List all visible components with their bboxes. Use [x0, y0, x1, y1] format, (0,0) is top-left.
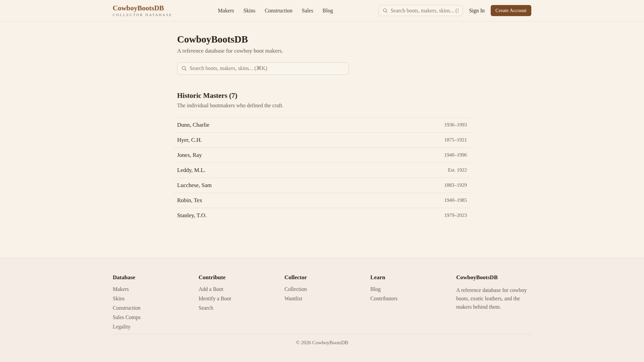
maker-name: Dunn, Charlie	[177, 122, 209, 128]
maker-years: 1979–2023	[444, 213, 467, 218]
maker-name: Jones, Ray	[177, 152, 202, 159]
maker-name: Leddy, M.L.	[177, 167, 206, 174]
footer-col-title: Learn	[370, 274, 456, 281]
maker-name: Hyer, C.H.	[177, 137, 202, 143]
header-right: Sign In Create Account	[378, 5, 531, 16]
main-search-input[interactable]	[190, 65, 344, 71]
maker-name: Stanley, T.O.	[177, 212, 207, 219]
primary-nav: Makers Skins Construction Sales Blog	[218, 8, 333, 14]
footer-col-title: Database	[113, 274, 199, 281]
footer-link-identify-a-boot[interactable]: Identify a Boot	[199, 296, 284, 302]
footer-col-collector: Collector Collection Wantlist	[284, 274, 370, 334]
maker-row[interactable]: Dunn, Charlie 1936–1993	[174, 117, 470, 132]
maker-row[interactable]: Robin, Tex 1940–1985	[174, 193, 470, 208]
nav-item-sales[interactable]: Sales	[302, 8, 313, 14]
search-icon	[383, 8, 388, 13]
section-title: Historic Masters (7)	[177, 92, 467, 100]
footer-link-sales-comps[interactable]: Sales Comps	[113, 314, 199, 320]
site-footer: Database Makers Skins Construction Sales…	[0, 258, 644, 362]
footer-col-about: CowboyBootsDB A reference database for c…	[456, 274, 531, 334]
header-search-input[interactable]	[390, 8, 459, 14]
footer-link-construction[interactable]: Construction	[113, 305, 199, 311]
footer-about-text: A reference database for cowboy boots, e…	[456, 286, 531, 311]
maker-row[interactable]: Hyer, C.H. 1875–1921	[174, 132, 470, 147]
main-content: CowboyBootsDB A reference database for c…	[0, 21, 644, 258]
maker-name: Lucchese, Sam	[177, 182, 212, 189]
footer-link-legality[interactable]: Legality	[113, 324, 199, 330]
logo[interactable]: CowboyBootsDB COLLECTOR DATABASE	[113, 4, 172, 17]
logo-subtitle: COLLECTOR DATABASE	[113, 13, 172, 17]
maker-years: 1875–1921	[444, 137, 467, 143]
maker-years: 1940–1985	[444, 197, 467, 203]
create-account-button[interactable]: Create Account	[491, 5, 531, 16]
footer-link-contributors[interactable]: Contributors	[370, 296, 456, 302]
maker-years: 1883–1929	[444, 182, 467, 188]
nav-item-skins[interactable]: Skins	[244, 8, 256, 14]
header-inner: CowboyBootsDB COLLECTOR DATABASE Makers …	[113, 0, 531, 21]
site-header: CowboyBootsDB COLLECTOR DATABASE Makers …	[0, 0, 644, 21]
section-subtitle: The individual bootmakers who defined th…	[177, 103, 467, 109]
logo-title: CowboyBootsDB	[113, 4, 172, 12]
footer-about-title: CowboyBootsDB	[456, 274, 531, 281]
footer-col-title: Collector	[284, 274, 370, 281]
search-icon	[181, 66, 187, 71]
maker-row[interactable]: Leddy, M.L. Est. 1922	[174, 163, 470, 178]
page-title: CowboyBootsDB	[177, 34, 467, 45]
footer-col-database: Database Makers Skins Construction Sales…	[113, 274, 199, 334]
sign-in-link[interactable]: Sign In	[469, 8, 485, 14]
maker-row[interactable]: Lucchese, Sam 1883–1929	[174, 178, 470, 193]
historic-masters-section: Historic Masters (7) The individual boot…	[177, 92, 467, 223]
nav-item-construction[interactable]: Construction	[265, 8, 292, 14]
maker-row[interactable]: Stanley, T.O. 1979–2023	[174, 208, 470, 223]
maker-name: Robin, Tex	[177, 197, 202, 204]
page-tagline: A reference database for cowboy boot mak…	[177, 48, 467, 54]
header-search[interactable]	[378, 5, 463, 16]
footer-col-learn: Learn Blog Contributors	[370, 274, 456, 334]
nav-item-makers[interactable]: Makers	[218, 8, 234, 14]
maker-years: 1940–1996	[444, 152, 467, 158]
footer-link-add-a-boot[interactable]: Add a Boot	[199, 286, 284, 292]
maker-years: 1936–1993	[444, 122, 467, 128]
footer-link-skins[interactable]: Skins	[113, 296, 199, 302]
footer-link-collection[interactable]: Collection	[284, 286, 370, 292]
nav-item-blog[interactable]: Blog	[323, 8, 333, 14]
maker-row[interactable]: Jones, Ray 1940–1996	[174, 147, 470, 163]
main-search[interactable]	[177, 62, 349, 75]
maker-list: Dunn, Charlie 1936–1993 Hyer, C.H. 1875–…	[177, 117, 467, 223]
copyright: © 2026 CowboyBootsDB	[113, 334, 531, 346]
footer-col-contribute: Contribute Add a Boot Identify a Boot Se…	[199, 274, 284, 334]
footer-link-makers[interactable]: Makers	[113, 286, 199, 292]
footer-link-search[interactable]: Search	[199, 305, 284, 311]
footer-link-blog[interactable]: Blog	[370, 286, 456, 292]
maker-years: Est. 1922	[448, 167, 467, 173]
footer-columns: Database Makers Skins Construction Sales…	[113, 274, 531, 334]
footer-col-title: Contribute	[199, 274, 284, 281]
footer-link-wantlist[interactable]: Wantlist	[284, 296, 370, 302]
